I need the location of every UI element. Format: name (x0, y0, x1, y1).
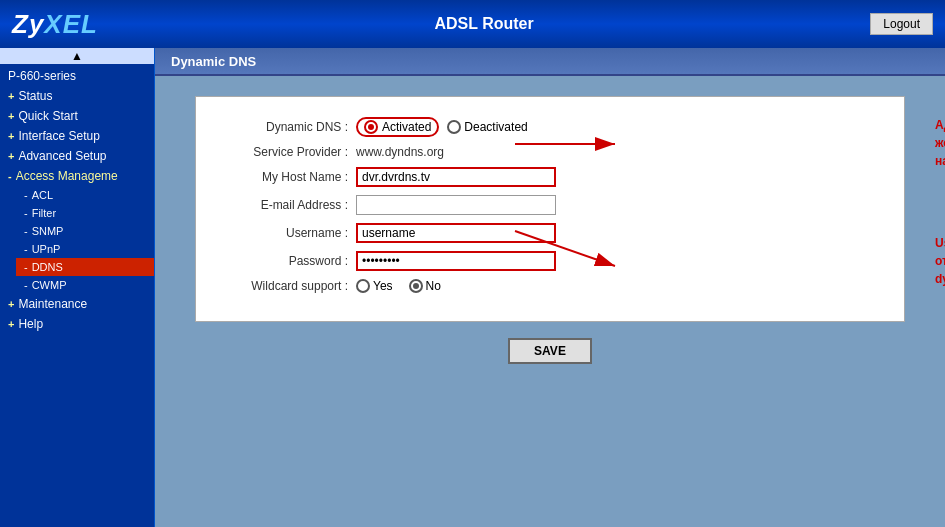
service-provider-label: Service Provider : (216, 145, 356, 159)
annotation-1: Адрес по которомужелаете заходитьна DVR (935, 116, 945, 170)
sidebar-item-filter[interactable]: - Filter (16, 204, 154, 222)
password-label: Password : (216, 254, 356, 268)
form-area: Dynamic DNS : Activated Deactivated (195, 96, 905, 322)
username-row: Username : (216, 223, 884, 243)
email-input[interactable] (356, 195, 556, 215)
sidebar-item-ddns[interactable]: - DDNS (16, 258, 154, 276)
minus-icon: - (8, 170, 12, 182)
plus-icon: + (8, 110, 14, 122)
password-input[interactable] (356, 251, 556, 271)
host-name-row: My Host Name : (216, 167, 884, 187)
sidebar-item-quickstart[interactable]: + Quick Start (0, 106, 154, 126)
activated-label[interactable]: Activated (382, 120, 431, 134)
host-name-control (356, 167, 556, 187)
wildcard-no-option[interactable]: No (409, 279, 441, 293)
content-header: Dynamic DNS (155, 48, 945, 76)
sidebar-item-label: UPnP (32, 243, 61, 255)
wildcard-row: Wildcard support : Yes No (216, 279, 884, 293)
sidebar-item-label: Maintenance (18, 297, 87, 311)
sidebar-item-label: DDNS (32, 261, 63, 273)
sidebar-item-help[interactable]: + Help (0, 314, 154, 334)
wildcard-yes-option[interactable]: Yes (356, 279, 393, 293)
activated-radio[interactable] (364, 120, 378, 134)
sidebar-item-acl[interactable]: - ACL (16, 186, 154, 204)
logo-zy: Zy (12, 9, 44, 39)
service-provider-row: Service Provider : www.dyndns.org (216, 145, 884, 159)
plus-icon: + (8, 90, 14, 102)
deactivated-label[interactable]: Deactivated (464, 120, 527, 134)
save-button[interactable]: SAVE (508, 338, 592, 364)
sidebar-item-advanced-setup[interactable]: + Advanced Setup (0, 146, 154, 166)
sidebar-item-label: Advanced Setup (18, 149, 106, 163)
annotation-2-text: Username & Passwordот аккаунта наdyndns.… (935, 236, 945, 286)
username-label: Username : (216, 226, 356, 240)
annotation-2: Username & Passwordот аккаунта наdyndns.… (935, 234, 945, 288)
sidebar-item-p660[interactable]: P-660-series (0, 66, 154, 86)
wildcard-yes-radio[interactable] (356, 279, 370, 293)
logo-area: ZyXEL (12, 9, 98, 40)
email-row: E-mail Address : (216, 195, 884, 215)
sidebar-item-interface-setup[interactable]: + Interface Setup (0, 126, 154, 146)
save-button-area: SAVE (175, 338, 925, 364)
plus-icon: + (8, 150, 14, 162)
logout-button[interactable]: Logout (870, 13, 933, 35)
plus-icon: + (8, 318, 14, 330)
sidebar-item-label: Quick Start (18, 109, 77, 123)
sidebar-item-upnp[interactable]: - UPnP (16, 240, 154, 258)
sidebar-item-snmp[interactable]: - SNMP (16, 222, 154, 240)
email-label: E-mail Address : (216, 198, 356, 212)
sidebar-item-label: CWMP (32, 279, 67, 291)
dash-icon: - (24, 207, 28, 219)
sidebar-item-label: P-660-series (8, 69, 76, 83)
section-title: Dynamic DNS (171, 54, 256, 69)
password-control (356, 251, 556, 271)
dynamic-dns-control: Activated Deactivated (356, 117, 528, 137)
content-area: Dynamic DNS Dynamic DNS : Activated Deac (155, 48, 945, 527)
plus-icon: + (8, 130, 14, 142)
sidebar-item-access-management[interactable]: - Access Manageme (0, 166, 154, 186)
username-input[interactable] (356, 223, 556, 243)
wildcard-no-label[interactable]: No (426, 279, 441, 293)
wildcard-yes-label[interactable]: Yes (373, 279, 393, 293)
sidebar-item-label: Access Manageme (16, 169, 118, 183)
deactivated-option[interactable]: Deactivated (447, 120, 527, 134)
bottom-area (155, 364, 945, 527)
sidebar-sub-access: - ACL - Filter - SNMP - UPnP - DDNS (0, 186, 154, 294)
sidebar-item-label: Interface Setup (18, 129, 99, 143)
dynamic-dns-label: Dynamic DNS : (216, 120, 356, 134)
service-provider-value: www.dyndns.org (356, 145, 444, 159)
username-control (356, 223, 556, 243)
annotation-1-text: Адрес по которомужелаете заходитьна DVR (935, 118, 945, 168)
wildcard-no-radio[interactable] (409, 279, 423, 293)
sidebar-item-label: Status (18, 89, 52, 103)
main-layout: ▲ P-660-series + Status + Quick Start + … (0, 48, 945, 527)
dash-icon: - (24, 189, 28, 201)
sidebar: ▲ P-660-series + Status + Quick Start + … (0, 48, 155, 527)
logo: ZyXEL (12, 9, 98, 40)
sidebar-item-cwmp[interactable]: - CWMP (16, 276, 154, 294)
service-provider-control: www.dyndns.org (356, 145, 444, 159)
sidebar-item-label: ACL (32, 189, 53, 201)
page-title: ADSL Router (98, 15, 870, 33)
wildcard-control: Yes No (356, 279, 441, 293)
sidebar-item-maintenance[interactable]: + Maintenance (0, 294, 154, 314)
host-name-input[interactable] (356, 167, 556, 187)
email-control (356, 195, 556, 215)
deactivated-radio[interactable] (447, 120, 461, 134)
plus-icon: + (8, 298, 14, 310)
dash-icon: - (24, 261, 28, 273)
sidebar-scroll-up[interactable]: ▲ (0, 48, 154, 64)
sidebar-item-label: SNMP (32, 225, 64, 237)
sidebar-item-label: Help (18, 317, 43, 331)
dynamic-dns-row: Dynamic DNS : Activated Deactivated (216, 117, 884, 137)
dash-icon: - (24, 243, 28, 255)
header: ZyXEL ADSL Router Logout (0, 0, 945, 48)
activated-option-box: Activated (356, 117, 439, 137)
sidebar-group: P-660-series + Status + Quick Start + In… (0, 64, 154, 336)
logo-xel: XEL (44, 9, 98, 39)
sidebar-item-label: Filter (32, 207, 56, 219)
dash-icon: - (24, 279, 28, 291)
sidebar-item-status[interactable]: + Status (0, 86, 154, 106)
dash-icon: - (24, 225, 28, 237)
host-name-label: My Host Name : (216, 170, 356, 184)
